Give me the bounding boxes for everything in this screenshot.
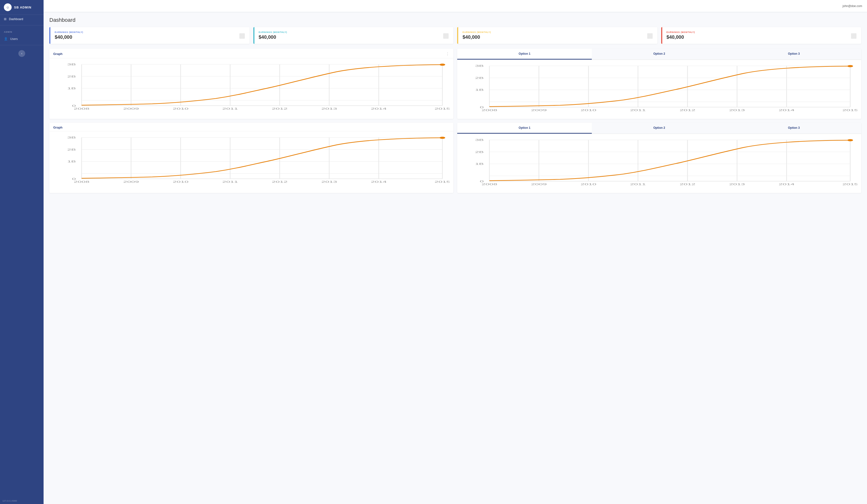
brand-logo: ☺ (4, 3, 12, 11)
svg-text:2008: 2008 (74, 107, 89, 110)
svg-text:2015: 2015 (435, 107, 449, 110)
svg-text:1B: 1B (67, 160, 76, 163)
svg-text:2015: 2015 (842, 183, 857, 186)
sidebar-collapse-button[interactable]: ‹ (18, 50, 25, 57)
tab-option3-card1[interactable]: Option 3 (727, 49, 861, 60)
svg-text:2010: 2010 (581, 109, 596, 111)
tabs-card-2: Option 1 Option 2 Option 3 (457, 123, 861, 193)
svg-text:2012: 2012 (679, 183, 695, 186)
svg-text:2B: 2B (475, 151, 484, 153)
stat-card-2: EARNINGS (MONTHLY) $40,000 ▦ (457, 27, 657, 44)
svg-point-51 (847, 65, 853, 67)
user-icon: 👤 (4, 37, 8, 41)
svg-text:2011: 2011 (222, 107, 238, 110)
stat-label-1: EARNINGS (MONTHLY) (259, 31, 287, 33)
stat-card-3: EARNINGS (MONTHLY) $40,000 ▦ (661, 27, 861, 44)
tabs-card-2-header: Option 1 Option 2 Option 3 (457, 123, 861, 134)
sidebar-item-users[interactable]: 👤 Users (0, 35, 44, 43)
svg-text:2010: 2010 (581, 183, 596, 186)
svg-text:2010: 2010 (173, 180, 189, 183)
chart-card-1-body: 3B 2B 1B 0 (50, 58, 453, 117)
sidebar-footer: 127.0.0.1:5000 (2, 500, 17, 502)
svg-text:2014: 2014 (779, 183, 794, 186)
chart-svg-tabs-2: 3B 2B 1B 0 (461, 137, 857, 191)
main-content: john@doe.com Dashboard EARNINGS (MONTHLY… (44, 0, 867, 504)
chart-svg-1: 3B 2B 1B 0 (53, 62, 449, 115)
chart-card-1-header: Graph ⋮ (50, 49, 453, 58)
svg-text:0: 0 (480, 106, 484, 109)
charts-grid: Graph ⋮ 3B 2B (50, 49, 861, 193)
chart-card-2: Graph 3B 2B 1B 0 (50, 123, 453, 193)
svg-text:2B: 2B (67, 75, 76, 78)
tab-option2-card1[interactable]: Option 2 (592, 49, 726, 60)
stat-info-3: EARNINGS (MONTHLY) $40,000 (666, 31, 695, 40)
svg-text:2008: 2008 (481, 109, 497, 111)
svg-text:2012: 2012 (272, 180, 288, 183)
svg-text:2B: 2B (67, 148, 76, 151)
svg-text:2014: 2014 (371, 180, 387, 183)
sidebar-divider (0, 25, 44, 25)
tab-option1-card1[interactable]: Option 1 (457, 49, 592, 60)
svg-text:2009: 2009 (531, 109, 547, 111)
svg-point-103 (847, 139, 853, 141)
svg-text:2009: 2009 (123, 180, 139, 183)
chart-card-2-title: Graph (53, 126, 63, 129)
svg-text:2009: 2009 (123, 107, 139, 110)
stat-icon-1: ▦ (443, 31, 449, 40)
topbar-user-email: john@doe.com (843, 4, 862, 8)
stat-icon-2: ▦ (647, 31, 653, 40)
svg-text:2008: 2008 (481, 183, 497, 186)
svg-text:2015: 2015 (842, 109, 857, 111)
svg-text:2013: 2013 (321, 180, 337, 183)
chart-card-1-title: Graph (53, 52, 63, 56)
tab-option2-card2[interactable]: Option 2 (592, 123, 726, 133)
svg-text:3B: 3B (475, 64, 484, 67)
stat-value-0: $40,000 (55, 34, 83, 40)
svg-text:3B: 3B (67, 63, 76, 66)
stat-info-2: EARNINGS (MONTHLY) $40,000 (462, 31, 491, 40)
line-chart-tabs-2: 3B 2B 1B 0 (461, 137, 857, 191)
svg-text:2009: 2009 (531, 183, 547, 186)
sidebar-section-label: ADMIN (0, 28, 44, 35)
dashboard-icon: ⊞ (4, 17, 7, 21)
svg-text:3B: 3B (475, 138, 484, 141)
page-title: Dashboard (50, 17, 861, 23)
svg-text:0: 0 (480, 180, 484, 183)
stat-card-0: EARNINGS (MONTHLY) $40,000 ▦ (50, 27, 249, 44)
tab-option1-card2[interactable]: Option 1 (457, 123, 592, 133)
svg-text:2012: 2012 (272, 107, 288, 110)
stat-value-2: $40,000 (462, 34, 491, 40)
svg-text:1B: 1B (475, 162, 484, 165)
sidebar-divider-2 (0, 45, 44, 45)
stat-label-3: EARNINGS (MONTHLY) (666, 31, 695, 33)
tabs-card-1-body: 3B 2B 1B 0 (457, 60, 861, 119)
sidebar-brand[interactable]: ☺ SB ADMIN (0, 0, 44, 15)
svg-text:2015: 2015 (435, 180, 449, 183)
chart-svg-2: 3B 2B 1B 0 (53, 135, 449, 188)
stat-info-0: EARNINGS (MONTHLY) $40,000 (55, 31, 83, 40)
svg-text:0: 0 (72, 178, 76, 180)
svg-text:2014: 2014 (779, 109, 794, 111)
svg-text:1B: 1B (67, 87, 76, 90)
tab-option3-card2[interactable]: Option 3 (727, 123, 861, 133)
tabs-card-1: Option 1 Option 2 Option 3 (457, 49, 861, 119)
svg-text:2B: 2B (475, 76, 484, 79)
stat-icon-0: ▦ (239, 31, 245, 40)
line-chart-1: 3B 2B 1B 0 (53, 62, 449, 115)
chart-card-2-body: 3B 2B 1B 0 (50, 131, 453, 191)
chart-card-2-header: Graph (50, 123, 453, 131)
stat-card-1: EARNINGS (MONTHLY) $40,000 ▦ (254, 27, 453, 44)
sidebar: ☺ SB ADMIN ⊞ Dashboard ADMIN 👤 Users ‹ 1… (0, 0, 44, 504)
svg-text:2012: 2012 (679, 109, 695, 111)
stats-row: EARNINGS (MONTHLY) $40,000 ▦ EARNINGS (M… (50, 27, 861, 44)
stat-value-1: $40,000 (259, 34, 287, 40)
sidebar-item-dashboard[interactable]: ⊞ Dashboard (0, 15, 44, 23)
line-chart-tabs-1: 3B 2B 1B 0 (461, 63, 857, 116)
tabs-card-1-header: Option 1 Option 2 Option 3 (457, 49, 861, 60)
svg-text:2014: 2014 (371, 107, 387, 110)
svg-text:2013: 2013 (729, 183, 745, 186)
svg-text:2011: 2011 (630, 183, 646, 186)
stat-label-0: EARNINGS (MONTHLY) (55, 31, 83, 33)
chart-svg-tabs-1: 3B 2B 1B 0 (461, 63, 857, 116)
chart-menu-icon-1[interactable]: ⋮ (446, 52, 449, 56)
